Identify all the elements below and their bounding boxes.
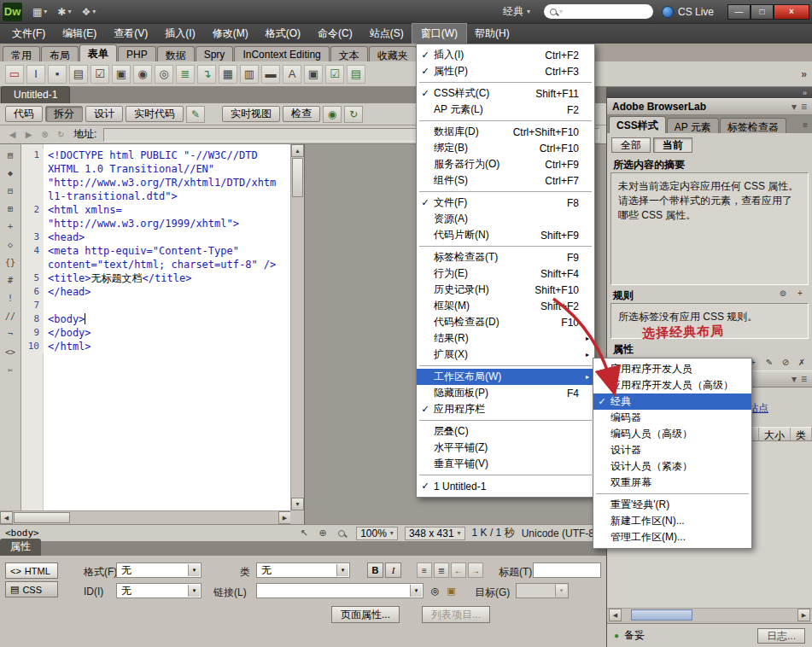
- insert-category-tab[interactable]: 布局: [41, 46, 79, 61]
- menubar-item[interactable]: 查看(V): [105, 24, 156, 44]
- menu-item[interactable]: ✓文件(F)F8: [417, 195, 594, 211]
- insert-category-tab[interactable]: 收藏夹: [369, 46, 417, 61]
- image-field-icon[interactable]: ▦: [219, 65, 237, 84]
- menubar-item[interactable]: 窗口(W): [412, 24, 466, 44]
- menu-item[interactable]: 服务器行为(O)Ctrl+F9: [417, 156, 594, 172]
- menu-item[interactable]: 编码器: [593, 410, 751, 426]
- apply-comment-icon[interactable]: //: [3, 309, 18, 323]
- site-menu-icon[interactable]: ❖▾: [76, 4, 101, 20]
- document-tab[interactable]: Untitled-1: [1, 86, 70, 103]
- restore-button[interactable]: □: [751, 4, 774, 20]
- checkbox-icon[interactable]: ☑: [91, 65, 109, 84]
- edit-style-icon[interactable]: ✎: [762, 356, 776, 369]
- insert-category-tab[interactable]: InContext Editing: [234, 46, 329, 61]
- css-mode-button[interactable]: ▤ CSS: [5, 581, 58, 597]
- caret-down-icon[interactable]: ▾: [410, 585, 422, 597]
- button-icon[interactable]: ▬: [261, 65, 280, 84]
- menu-item[interactable]: 隐藏面板(P)F4: [417, 385, 594, 401]
- menubar-item[interactable]: 站点(S): [361, 24, 412, 44]
- expand-all-icon[interactable]: +: [3, 219, 18, 233]
- menu-item[interactable]: 框架(M)Shift+F2: [417, 298, 594, 314]
- view-mode-button[interactable]: 实时代码: [126, 106, 184, 122]
- menu-item[interactable]: 数据库(D)Ctrl+Shift+F10: [417, 124, 594, 140]
- property-panel-tab[interactable]: 属性: [0, 539, 41, 556]
- view-mode-button[interactable]: 设计: [85, 106, 123, 122]
- back-icon[interactable]: ◀: [5, 128, 20, 142]
- tag-selector[interactable]: <body>: [5, 528, 39, 539]
- menu-item[interactable]: 历史记录(H)Shift+F10: [417, 282, 594, 298]
- id-select[interactable]: 无▾: [116, 583, 202, 598]
- css-mode-button[interactable]: 全部: [611, 137, 651, 153]
- label-icon[interactable]: A: [283, 65, 301, 84]
- menu-item[interactable]: 应用程序开发人员: [593, 361, 751, 377]
- panel-menu-icon[interactable]: ≡: [801, 373, 807, 385]
- menu-item[interactable]: 新建工作区(N)...: [593, 513, 751, 529]
- remove-comment-icon[interactable]: ¬: [3, 327, 18, 341]
- class-select[interactable]: 无▾: [256, 562, 350, 578]
- collapse-selection-icon[interactable]: ⊞: [3, 201, 18, 215]
- menu-item[interactable]: 双重屏幕: [593, 475, 751, 491]
- scroll-right-icon[interactable]: ▶: [797, 609, 810, 621]
- cs-live-button[interactable]: CS Live: [662, 6, 714, 18]
- hidden-field-icon[interactable]: ▪: [48, 65, 67, 84]
- attach-style-sheet-icon[interactable]: ⊚: [776, 287, 790, 300]
- panel-menu-icon[interactable]: ≡: [801, 101, 807, 113]
- insert-category-tab[interactable]: PHP: [118, 46, 156, 61]
- unordered-list-icon[interactable]: ≡: [417, 562, 432, 578]
- zoom-level-select[interactable]: 100%▾: [356, 527, 398, 540]
- menu-item[interactable]: 垂直平铺(V): [417, 456, 594, 472]
- radio-group-icon[interactable]: ◎: [155, 65, 173, 84]
- open-documents-icon[interactable]: ▤: [3, 148, 18, 161]
- title-input[interactable]: [533, 562, 601, 578]
- horizontal-scrollbar[interactable]: ◀ ▶: [0, 510, 291, 524]
- list-menu-icon[interactable]: ≣: [176, 65, 195, 84]
- view-mode-button[interactable]: 拆分: [45, 106, 83, 122]
- checkbox-group-icon[interactable]: ▣: [112, 65, 131, 84]
- menubar-item[interactable]: 命令(C): [309, 24, 361, 44]
- menu-item[interactable]: 应用程序开发人员（高级）: [593, 377, 751, 393]
- workspace-switcher[interactable]: 经典 ▾: [498, 3, 535, 20]
- preview-in-browser-icon[interactable]: ◉: [323, 106, 342, 123]
- menu-item[interactable]: 绑定(B)Ctrl+F10: [417, 140, 594, 156]
- insert-category-tab[interactable]: 常用: [3, 46, 40, 61]
- page-properties-button[interactable]: 页面属性...: [331, 606, 400, 623]
- panel-tab[interactable]: AP 元素: [667, 118, 719, 133]
- menubar-item[interactable]: 帮助(H): [466, 24, 518, 44]
- disable-css-property-icon[interactable]: ⊘: [779, 356, 792, 369]
- menu-item[interactable]: 设计人员（紧凑）: [593, 458, 751, 475]
- vertical-scrollbar[interactable]: ▲ ▼: [290, 144, 304, 510]
- caret-down-icon[interactable]: ▾: [336, 564, 348, 576]
- fieldset-icon[interactable]: ▣: [304, 65, 323, 84]
- browse-folder-icon[interactable]: ▣: [443, 583, 459, 598]
- toolbar-overflow-icon[interactable]: »: [801, 68, 807, 80]
- file-field-icon[interactable]: ▥: [240, 65, 259, 84]
- layout-switcher-icon[interactable]: ▦▾: [27, 4, 52, 20]
- collapse-full-tag-icon[interactable]: ⊟: [3, 184, 18, 197]
- menu-item[interactable]: 标签检查器(T)F9: [417, 249, 594, 265]
- menu-item[interactable]: ✓属性(P)Ctrl+F3: [417, 63, 594, 79]
- search-input[interactable]: ▾: [544, 4, 653, 19]
- scrollbar-thumb[interactable]: [14, 512, 70, 523]
- scroll-left-icon[interactable]: ◀: [0, 511, 13, 524]
- menu-item[interactable]: 扩展(X)▸: [417, 347, 594, 363]
- outdent-icon[interactable]: ←: [451, 562, 466, 578]
- scroll-right-icon[interactable]: ▶: [278, 511, 291, 524]
- menu-item[interactable]: ✓应用程序栏: [417, 401, 594, 417]
- stop-icon[interactable]: ⊗: [38, 128, 52, 142]
- caret-down-icon[interactable]: ▾: [188, 585, 200, 597]
- css-mode-button[interactable]: 当前: [653, 137, 692, 153]
- view-mode-button[interactable]: 代码: [5, 106, 43, 122]
- refresh-icon[interactable]: ↻: [54, 128, 68, 142]
- menu-item[interactable]: 资源(A): [417, 211, 594, 227]
- html-mode-button[interactable]: <> HTML: [5, 562, 58, 579]
- close-button[interactable]: ×: [774, 4, 809, 20]
- menu-item[interactable]: ✓插入(I)Ctrl+F2: [417, 47, 594, 63]
- window-size-select[interactable]: 348 x 431▾: [405, 527, 465, 540]
- insert-category-tab[interactable]: 数据: [157, 46, 195, 61]
- hand-tool-icon[interactable]: ⊕: [315, 527, 330, 540]
- scroll-left-icon[interactable]: ◀: [609, 609, 622, 621]
- menu-item[interactable]: 结果(R)▸: [417, 330, 594, 347]
- menu-item[interactable]: 代码片断(N)Shift+F9: [417, 227, 594, 243]
- menu-item[interactable]: 设计器: [593, 442, 751, 458]
- recent-snippets-icon[interactable]: ✂: [3, 363, 18, 376]
